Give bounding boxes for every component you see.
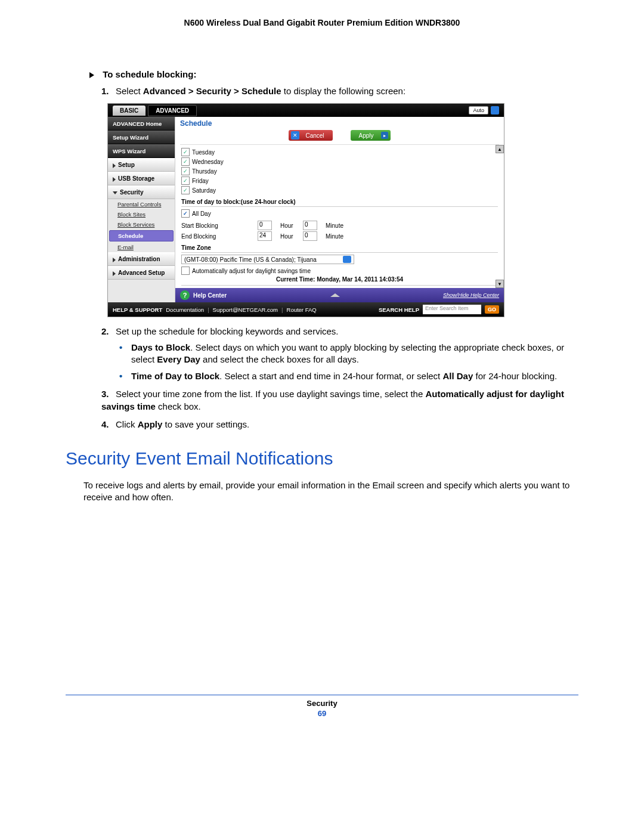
sidebar-setup[interactable]: Setup [108,158,175,172]
label-all-day: All Day [192,210,211,217]
label-dst: Automatically adjust for daylight saving… [192,268,311,274]
sidebar-schedule[interactable]: Schedule [109,230,174,241]
checkbox-friday[interactable]: ✓ [181,176,190,185]
step1-text-a: Select [116,86,143,96]
router-faq-link[interactable]: Router FAQ [287,306,317,313]
help-center-bar[interactable]: ? Help Center Show/Hide Help Center [175,288,504,302]
sidebar-advanced-home[interactable]: ADVANCED Home [108,117,175,131]
label-start-blocking: Start Blocking [181,222,253,229]
b2-b: . Select a start and end time in 24-hour… [219,371,442,381]
sidebar-administration[interactable]: Administration [108,252,175,266]
sidebar-setup-label: Setup [118,162,135,168]
apply-button[interactable]: Apply ▸ [351,130,391,141]
scroll-up-icon[interactable]: ▲ [496,145,504,153]
chevron-right-icon [113,163,116,168]
start-minute-input[interactable]: 0 [303,221,317,230]
timezone-value: (GMT-08:00) Pacific Time (US & Canada); … [184,256,317,263]
label-thursday: Thursday [192,168,217,175]
sidebar-usb-label: USB Storage [118,175,154,182]
play-icon: ▸ [381,132,388,139]
support-link[interactable]: Support@NETGEAR.com [213,306,278,313]
label-saturday: Saturday [192,187,216,194]
scrollbar[interactable]: ▲ ▼ [496,145,503,288]
document-header: N600 Wireless Dual Band Gigabit Router P… [66,18,578,27]
step4-c: to save your settings. [162,419,249,429]
step4-b: Apply [138,419,163,429]
cancel-button[interactable]: ✕ Cancel [289,130,332,141]
checkbox-wednesday[interactable]: ✓ [181,157,190,166]
section-heading: Security Event Email Notifications [66,448,578,469]
b2-d: for 24-hour blocking. [473,371,557,381]
close-icon: ✕ [291,131,299,140]
label-wednesday: Wednesday [192,159,224,165]
step-3: 3.Select your time zone from the list. I… [101,388,578,413]
search-go-button[interactable]: GO [485,305,499,314]
task-heading: To schedule blocking: [89,69,578,79]
dropdown-icon [343,256,351,263]
arrow-right-icon [89,72,94,78]
step-4: 4.Click Apply to save your settings. [101,419,578,431]
label-tuesday: Tuesday [192,149,215,156]
task-heading-text: To schedule blocking: [103,69,196,79]
body-paragraph: To receive logs and alerts by email, pro… [83,479,578,504]
label-hour-2: Hour [280,233,298,240]
search-help-input[interactable]: Enter Search Item [423,305,481,314]
router-sidebar: ADVANCED Home Setup Wizard WPS Wizard Se… [108,117,175,302]
b1-c: Every Day [157,354,200,364]
content-title: Schedule [180,119,499,128]
chevron-right-icon [113,271,116,276]
tab-advanced[interactable]: ADVANCED [148,105,197,116]
checkbox-thursday[interactable]: ✓ [181,167,190,175]
page-footer: Security 69 [66,695,578,718]
b2-a: Time of Day to Block [131,371,219,381]
router-ui-screenshot: BASIC ADVANCED Auto ADVANCED Home Setup … [107,103,504,317]
chevron-up-icon [330,293,340,297]
checkbox-tuesday[interactable]: ✓ [181,148,190,156]
chevron-down-icon [113,191,117,194]
checkbox-dst[interactable]: ✓ [181,267,190,275]
sidebar-setup-wizard[interactable]: Setup Wizard [108,131,175,144]
chevron-right-icon [113,177,116,182]
documentation-link[interactable]: Documentation [166,306,204,313]
checkbox-all-day[interactable]: ✓ [181,209,190,218]
label-minute: Minute [326,222,349,229]
sidebar-advanced-setup[interactable]: Advanced Setup [108,266,175,280]
apply-label: Apply [359,132,374,139]
step-1: 1.Select Advanced > Security > Schedule … [101,85,578,97]
help-center-label: Help Center [193,292,227,299]
sidebar-wps-wizard[interactable]: WPS Wizard [108,144,175,158]
step1-path: Advanced > Security > Schedule [143,86,281,96]
show-hide-help-link[interactable]: Show/Hide Help Center [443,292,499,298]
timezone-select[interactable]: (GMT-08:00) Pacific Time (US & Canada); … [181,255,354,264]
current-time-label: Current Time: Monday, Mar 14, 2011 14:03… [181,276,498,286]
sidebar-usb-storage[interactable]: USB Storage [108,172,175,185]
scroll-down-icon[interactable]: ▼ [496,280,504,288]
step3-c: check box. [156,401,201,411]
help-support-label: HELP & SUPPORT [113,306,162,313]
footer-section-label: Security [66,699,578,708]
sidebar-block-sites[interactable]: Block Sites [108,209,175,219]
b2-c: All Day [442,371,473,381]
sidebar-block-services[interactable]: Block Services [108,219,175,230]
sidebar-security[interactable]: Security [108,185,175,199]
refresh-icon[interactable] [491,106,499,114]
end-hour-input[interactable]: 24 [258,231,272,241]
end-minute-input[interactable]: 0 [303,231,317,241]
footer-page-number: 69 [66,709,578,718]
auto-refresh-label[interactable]: Auto [469,106,488,114]
sidebar-parental-controls[interactable]: Parental Controls [108,199,175,209]
bullet-days-to-block: Days to Block. Select days on which you … [119,342,578,366]
sidebar-advsetup-label: Advanced Setup [118,270,165,276]
b1-d: and select the check boxes for all days. [200,354,359,364]
step2-text: Set up the schedule for blocking keyword… [116,326,339,336]
time-zone-label: Time Zone [181,244,498,253]
b1-a: Days to Block [131,342,190,352]
label-hour: Hour [280,222,298,229]
sidebar-email[interactable]: E-mail [108,242,175,252]
label-end-blocking: End Blocking [181,233,253,240]
tab-basic[interactable]: BASIC [113,106,145,116]
start-hour-input[interactable]: 0 [258,221,272,230]
step4-a: Click [116,419,138,429]
label-minute-2: Minute [326,233,349,240]
checkbox-saturday[interactable]: ✓ [181,186,190,194]
